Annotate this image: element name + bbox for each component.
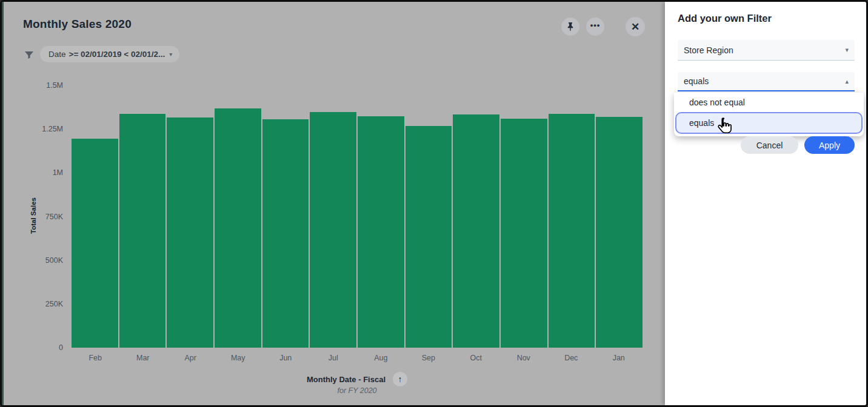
x-tick-label: Jul xyxy=(310,354,358,362)
x-axis-ticks: FebMarAprMayJunJulAugSepOctNovDecJan xyxy=(72,354,643,362)
operator-dropdown-menu: does not equalequals xyxy=(674,93,864,136)
x-tick-label: Nov xyxy=(500,354,548,362)
bar-Jun[interactable] xyxy=(262,119,309,348)
x-tick-label: Mar xyxy=(119,354,167,362)
bar-Mar[interactable] xyxy=(119,114,166,348)
filter-operator-value: equals xyxy=(684,76,845,86)
chevron-up-icon: ▴ xyxy=(845,78,849,85)
ellipsis-icon: ••• xyxy=(590,21,601,33)
x-tick-label: Apr xyxy=(167,354,215,362)
filter-operator-select[interactable]: equals ▴ xyxy=(678,72,855,91)
x-tick-label: Dec xyxy=(547,354,595,362)
dashboard-window: Monthly Sales 2020 ••• ✕ Date >= 02/01/2… xyxy=(0,0,868,407)
bar-Sep[interactable] xyxy=(406,126,452,348)
pin-icon xyxy=(566,22,575,31)
menu-option-does-not-equal[interactable]: does not equal xyxy=(674,93,864,112)
panel-title: Add your own Filter xyxy=(678,13,772,24)
chart-filter-row: Date >= 02/01/2019 < 02/01/2... ▾ xyxy=(24,46,179,62)
chevron-down-icon: ▾ xyxy=(169,51,172,58)
bar-May[interactable] xyxy=(215,108,261,348)
x-tick-label: Aug xyxy=(357,354,405,362)
filter-field-value: Store Region xyxy=(684,45,845,55)
x-axis-subtitle: for FY 2020 xyxy=(337,386,376,395)
bar-Jul[interactable] xyxy=(310,112,356,348)
x-tick-label: Jan xyxy=(595,354,643,362)
y-tick-label: 1.5M xyxy=(46,81,63,90)
close-icon: ✕ xyxy=(631,22,639,32)
close-button[interactable]: ✕ xyxy=(626,17,645,36)
more-options-button[interactable]: ••• xyxy=(586,18,604,36)
y-tick-label: 500K xyxy=(45,256,63,265)
x-tick-label: Feb xyxy=(72,354,119,362)
bar-series xyxy=(72,85,643,348)
x-tick-label: Jun xyxy=(262,354,310,362)
bar-Feb[interactable] xyxy=(72,139,118,348)
chart-widget: Monthly Sales 2020 ••• ✕ Date >= 02/01/2… xyxy=(4,2,665,405)
x-tick-label: May xyxy=(215,354,262,362)
y-axis-ticks: 1.5M1.25M1M750K500K250K0 xyxy=(22,85,63,348)
menu-option-equals[interactable]: equals xyxy=(675,112,863,134)
filter-field-select[interactable]: Store Region ▾ xyxy=(678,40,855,61)
filter-chip-condition: >= 02/01/2019 < 02/01/2... xyxy=(69,50,165,59)
y-tick-label: 250K xyxy=(45,300,63,308)
bar-Apr[interactable] xyxy=(167,117,213,348)
y-tick-label: 1.25M xyxy=(42,125,63,133)
chart-title: Monthly Sales 2020 xyxy=(23,18,132,31)
bar-Jan[interactable] xyxy=(596,117,643,348)
x-tick-label: Sep xyxy=(405,354,453,362)
cancel-button[interactable]: Cancel xyxy=(741,136,798,154)
apply-button[interactable]: Apply xyxy=(804,136,855,154)
y-tick-label: 1M xyxy=(53,168,63,177)
x-axis-title: Monthly Date - Fiscal xyxy=(307,375,386,384)
bar-Nov[interactable] xyxy=(501,119,547,348)
add-filter-panel: Add your own Filter Store Region ▾ equal… xyxy=(665,2,866,405)
bar-Aug[interactable] xyxy=(358,116,404,348)
bar-Dec[interactable] xyxy=(549,114,595,348)
pin-button[interactable] xyxy=(561,18,579,36)
y-tick-label: 750K xyxy=(45,213,63,221)
funnel-icon[interactable] xyxy=(24,50,35,61)
filter-chip-field: Date xyxy=(48,50,66,59)
chevron-down-icon: ▾ xyxy=(845,46,849,54)
arrow-up-icon: ↑ xyxy=(398,374,402,384)
date-filter-chip[interactable]: Date >= 02/01/2019 < 02/01/2... ▾ xyxy=(40,46,179,62)
y-tick-label: 0 xyxy=(59,343,63,352)
x-tick-label: Oct xyxy=(452,354,500,362)
bar-Oct[interactable] xyxy=(453,114,499,348)
